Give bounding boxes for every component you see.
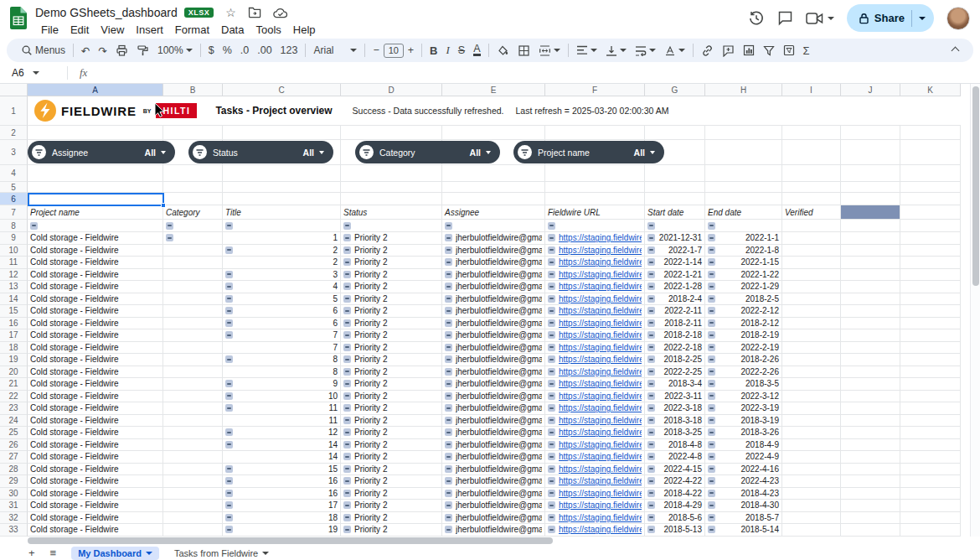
cell-status[interactable]: Priority 2 (341, 464, 442, 476)
cell-url[interactable]: https://staging.fieldwire.c (545, 464, 645, 476)
dropdown-chip[interactable] (343, 428, 351, 436)
dropdown-chip[interactable] (225, 490, 233, 497)
cell-project[interactable]: Cold storage - Fieldwire (28, 415, 163, 428)
cell-assignee[interactable]: jherbulotfieldwire@gmail. (442, 464, 545, 476)
row-header-11[interactable]: 11 (0, 257, 28, 269)
cell-verified[interactable] (782, 342, 841, 355)
cell-project[interactable]: Cold storage - Fieldwire (28, 488, 163, 500)
dropdown-chip[interactable] (647, 283, 655, 290)
cell[interactable] (900, 318, 961, 330)
more-formats-button[interactable]: 123 (276, 40, 302, 60)
cell-status[interactable]: Priority 2 (341, 329, 442, 342)
cell[interactable] (223, 220, 341, 232)
dropdown-chip[interactable] (343, 307, 351, 314)
cell-project[interactable]: Cold storage - Fieldwire (28, 475, 163, 488)
row-header-21[interactable]: 21 (0, 378, 28, 391)
dropdown-chip[interactable] (343, 514, 351, 521)
cell-title[interactable]: 7 (223, 329, 341, 342)
row-header-22[interactable]: 22 (0, 391, 28, 403)
filter-pill-project-name[interactable]: Project nameAll (513, 141, 664, 163)
cell[interactable] (223, 126, 341, 140)
row-header-9[interactable]: 9 (0, 232, 28, 245)
cell[interactable] (900, 232, 961, 245)
dropdown-chip[interactable] (445, 246, 452, 254)
cell[interactable] (841, 305, 900, 318)
dropdown-chip[interactable] (445, 344, 452, 351)
cell[interactable] (163, 126, 223, 140)
cell[interactable] (900, 464, 961, 476)
cell[interactable] (645, 126, 705, 140)
cell-category[interactable] (163, 415, 223, 428)
cell-category[interactable] (163, 451, 223, 464)
cell[interactable] (841, 402, 900, 415)
dropdown-chip[interactable] (343, 465, 351, 473)
row-header-14[interactable]: 14 (0, 293, 28, 306)
dropdown-chip[interactable] (445, 319, 452, 327)
add-sheet-icon[interactable]: + (28, 547, 35, 559)
cell-status[interactable]: Priority 2 (341, 257, 442, 269)
dropdown-chip[interactable] (708, 477, 715, 485)
cell-title[interactable]: 11 (223, 415, 341, 428)
functions-button[interactable]: Σ (799, 40, 814, 60)
cell-end-date[interactable]: 2018-5-7 (705, 512, 782, 525)
dropdown-chip[interactable] (445, 331, 452, 339)
cell-end-date[interactable]: 2022-1-1 (705, 232, 782, 245)
cell[interactable] (645, 220, 705, 232)
cell-verified[interactable] (782, 500, 841, 512)
cell-verified[interactable] (782, 391, 841, 403)
cell-category[interactable] (163, 488, 223, 500)
cell[interactable] (841, 488, 900, 500)
cell-category[interactable] (163, 464, 223, 476)
dropdown-chip[interactable] (647, 404, 655, 412)
dropdown-chip[interactable] (445, 234, 452, 241)
filter-pill-status[interactable]: StatusAll (188, 141, 333, 163)
dropdown-chip[interactable] (343, 344, 351, 351)
dropdown-chip[interactable] (647, 477, 655, 485)
cell[interactable] (900, 257, 961, 269)
dropdown-chip[interactable] (647, 222, 655, 230)
cell[interactable] (705, 193, 782, 205)
cell-verified[interactable] (782, 427, 841, 439)
cell[interactable] (900, 475, 961, 488)
cell[interactable] (900, 281, 961, 293)
cell-status[interactable]: Priority 2 (341, 378, 442, 391)
filter-views-button[interactable] (779, 40, 799, 60)
cell-project[interactable]: Cold storage - Fieldwire (28, 427, 163, 439)
row-header-4[interactable]: 4 (0, 165, 28, 182)
dropdown-chip[interactable] (647, 246, 655, 254)
star-icon[interactable]: ☆ (225, 6, 236, 19)
cell-status[interactable]: Priority 2 (341, 281, 442, 293)
cloud-status-icon[interactable] (273, 7, 288, 18)
cell[interactable] (900, 205, 961, 220)
table-header-cell[interactable]: Title (223, 205, 341, 220)
cell-project[interactable]: Cold storage - Fieldwire (28, 318, 163, 330)
cell-title[interactable]: 10 (223, 391, 341, 403)
cell-start-date[interactable]: 2018-2-25 (645, 354, 705, 366)
cell-url[interactable]: https://staging.fieldwire.c (545, 488, 645, 500)
dropdown-chip[interactable] (343, 501, 351, 509)
cell[interactable] (645, 193, 705, 205)
cell-project[interactable]: Cold storage - Fieldwire (28, 402, 163, 415)
cell[interactable] (28, 220, 163, 232)
cell-url[interactable]: https://staging.fieldwire.c (545, 512, 645, 525)
row-header-24[interactable]: 24 (0, 415, 28, 428)
cell-end-date[interactable]: 2022-2-19 (705, 342, 782, 355)
cell-title[interactable]: 8 (223, 366, 341, 379)
cell[interactable] (28, 165, 163, 182)
dropdown-chip[interactable] (445, 453, 452, 460)
cell-verified[interactable] (782, 232, 841, 245)
cell-start-date[interactable]: 2022-2-18 (645, 342, 705, 355)
dropdown-chip[interactable] (708, 501, 715, 509)
row-header-20[interactable]: 20 (0, 366, 28, 379)
cell-url[interactable]: https://staging.fieldwire.c (545, 318, 645, 330)
cell-end-date[interactable]: 2018-3-5 (705, 378, 782, 391)
cell[interactable] (900, 269, 961, 282)
cell-status[interactable]: Priority 2 (341, 269, 442, 282)
search-menus-button[interactable]: Menus (17, 40, 70, 60)
cell-project[interactable]: Cold storage - Fieldwire (28, 354, 163, 366)
cell-project[interactable]: Cold storage - Fieldwire (28, 391, 163, 403)
dropdown-chip[interactable] (225, 428, 233, 436)
dropdown-chip[interactable] (225, 295, 233, 303)
cell-assignee[interactable]: jherbulotfieldwire@gmail. (442, 232, 545, 245)
cell-project[interactable]: Cold storage - Fieldwire (28, 232, 163, 245)
